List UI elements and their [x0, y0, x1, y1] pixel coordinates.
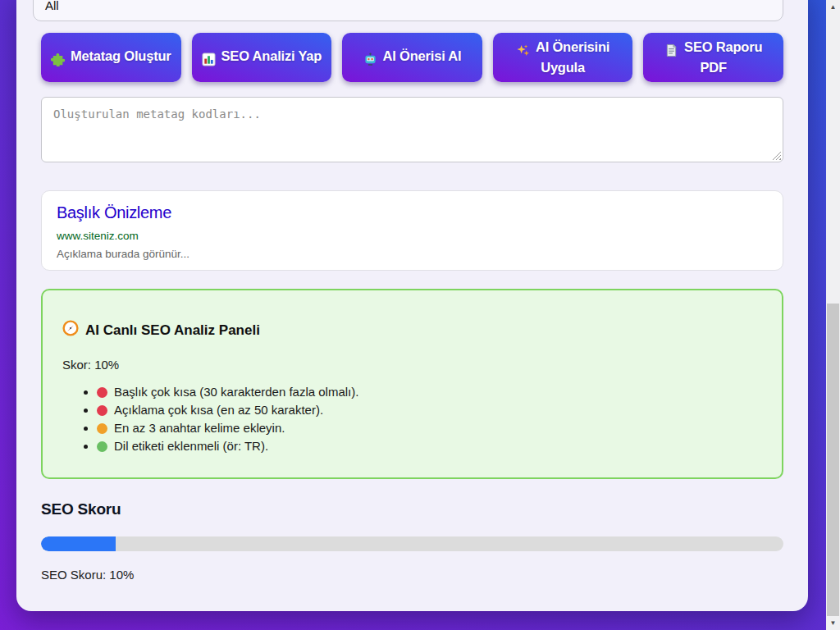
- vertical-scrollbar[interactable]: ▲ ▼: [826, 0, 840, 630]
- robot-icon: [363, 50, 377, 67]
- panel-title-row: AI Canlı SEO Analiz Paneli: [62, 320, 762, 340]
- bar-chart-icon: [202, 50, 216, 67]
- compass-icon: [62, 320, 79, 340]
- toolbar: Metatag Oluştur SEO Analizi Yap AI Öneri…: [41, 33, 783, 82]
- analysis-list: Başlık çok kısa (30 karakterden fazla ol…: [62, 385, 762, 453]
- analysis-item: En az 3 anahtar kelime ekleyin.: [97, 421, 762, 435]
- content-card: All ▾ Metatag Oluştur SEO Analizi Yap AI…: [16, 0, 808, 611]
- seo-score-heading: SEO Skoru: [41, 500, 783, 518]
- preview-description: Açıklama burada görünür...: [57, 248, 768, 260]
- analysis-item: Açıklama çok kısa (en az 50 karakter).: [97, 403, 762, 417]
- metatag-output-textarea[interactable]: [41, 97, 783, 162]
- filter-select[interactable]: All ▾: [33, 0, 783, 21]
- preview-title: Başlık Önizleme: [57, 203, 768, 222]
- seo-score-label: SEO Skoru: 10%: [41, 568, 783, 582]
- analysis-item: Başlık çok kısa (30 karakterden fazla ol…: [97, 385, 762, 399]
- seo-analizi-yap-button[interactable]: SEO Analizi Yap: [192, 33, 332, 82]
- seo-raporu-pdf-button[interactable]: SEO Raporu PDF: [643, 33, 783, 82]
- scroll-down-icon[interactable]: ▼: [826, 616, 840, 630]
- puzzle-icon: [51, 50, 65, 67]
- sparkles-icon: [516, 41, 530, 58]
- page-background: All ▾ Metatag Oluştur SEO Analizi Yap AI…: [0, 0, 840, 630]
- document-icon: [664, 41, 678, 58]
- status-dot-green: [97, 441, 107, 452]
- panel-title: AI Canlı SEO Analiz Paneli: [85, 322, 260, 339]
- analysis-item: Dil etiketi eklenmeli (ör: TR).: [97, 439, 762, 453]
- metatag-olustur-button[interactable]: Metatag Oluştur: [41, 33, 181, 82]
- filter-select-value: All: [45, 0, 59, 12]
- chevron-down-icon: ▾: [768, 0, 773, 2]
- metatag-output-wrap: [41, 97, 783, 162]
- seo-progress-fill: [41, 536, 116, 551]
- status-dot-orange: [97, 423, 107, 434]
- scrollbar-thumb[interactable]: [827, 304, 839, 616]
- scroll-up-icon[interactable]: ▲: [826, 0, 840, 14]
- seo-progress-track: [41, 536, 783, 551]
- panel-score: Skor: 10%: [62, 358, 762, 372]
- preview-url: www.siteniz.com: [57, 230, 768, 242]
- ai-onerisini-uygula-button[interactable]: AI Önerisini Uygula: [493, 33, 633, 82]
- ai-analysis-panel: AI Canlı SEO Analiz Paneli Skor: 10% Baş…: [41, 289, 783, 479]
- serp-preview-card: Başlık Önizleme www.siteniz.com Açıklama…: [41, 190, 783, 271]
- ai-onerisi-al-button[interactable]: AI Önerisi Al: [342, 33, 482, 82]
- status-dot-red: [97, 387, 107, 398]
- status-dot-red: [97, 405, 107, 416]
